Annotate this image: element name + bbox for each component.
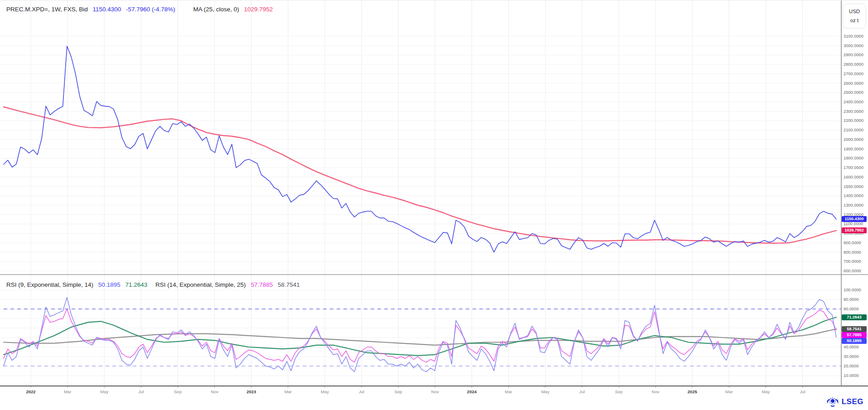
price-change: -57.7960 (-4.78%): [126, 6, 175, 13]
rsi-axis-tick-label: 100.0000: [844, 288, 861, 292]
rsi9-value: 50.1895: [98, 281, 121, 288]
x-axis-month-label: Mar: [64, 389, 71, 394]
x-axis-month-label: Nov: [211, 389, 218, 394]
x-axis-year-label: 2023: [246, 389, 256, 394]
price-axis-tick-label: 600.0000: [844, 269, 861, 273]
x-axis-month-label: May: [762, 389, 770, 394]
rsi-axis-tick-label: 80.0000: [844, 307, 859, 311]
rsi-axis-tick-label: 30.0000: [844, 354, 859, 359]
price-axis-tick-label: 2000.0000: [844, 137, 863, 142]
x-axis-month-label: Mar: [505, 389, 512, 394]
price-series-line[interactable]: [4, 46, 836, 252]
price-axis-tick-label: 1500.0000: [844, 184, 863, 189]
lseg-crest-icon: [826, 396, 839, 407]
price-axis-value-badge: 1150.4300: [842, 216, 867, 222]
price-axis-tick-label: 1800.0000: [844, 156, 863, 160]
rsi-axis-value-badge: 58.7541: [842, 326, 867, 332]
rsi-axis-tick-label: 40.0000: [844, 345, 859, 349]
x-axis-month-label: Jul: [800, 389, 805, 394]
x-axis-month-label: Jul: [359, 389, 364, 394]
price-axis-tick-label: 1700.0000: [844, 165, 863, 170]
price-axis-tick-label: 2400.0000: [844, 100, 863, 104]
x-axis-month-label: Nov: [431, 389, 439, 394]
price-axis-tick-label: 1300.0000: [844, 203, 863, 207]
price-axis-tick-label: 2800.0000: [844, 62, 863, 67]
price-axis-tick-label: 1100.0000: [844, 222, 863, 226]
axis-unit-box[interactable]: USD oz t: [843, 4, 866, 29]
instrument-header: PREC.M.XPD=, 1W, FXS, Bid 1150.4300 -57.…: [6, 6, 276, 13]
rsi9-label[interactable]: RSI (9, Exponential, Simple, 14): [6, 281, 93, 288]
ma-indicator-value: 1029.7952: [244, 6, 273, 13]
price-axis-tick-label: 800.0000: [844, 250, 861, 255]
price-axis-tick-label: 2900.0000: [844, 53, 863, 57]
price-axis-tick-label: 3000.0000: [844, 43, 863, 48]
rsi14-label[interactable]: RSI (14, Exponential, Simple, 25): [155, 281, 246, 288]
price-axis-tick-label: 1400.0000: [844, 193, 863, 198]
rsi-series-line[interactable]: [4, 309, 836, 362]
axis-unit-label: oz t: [843, 16, 866, 25]
price-axis-tick-label: 2600.0000: [844, 81, 863, 86]
x-axis-year-label: 2024: [467, 389, 477, 394]
x-axis-month-label: Jul: [138, 389, 144, 394]
price-axis-tick-label: 1600.0000: [844, 175, 863, 179]
price-series-line[interactable]: [4, 107, 836, 243]
ma-indicator-label[interactable]: MA (25, close, 0): [193, 6, 239, 13]
lseg-logo: LSEG: [826, 396, 863, 407]
instrument-title[interactable]: PREC.M.XPD=, 1W, FXS, Bid: [6, 6, 88, 13]
x-axis-month-label: Mar: [725, 389, 733, 394]
x-axis-month-label: May: [541, 389, 550, 394]
lseg-logo-text: LSEG: [842, 397, 863, 406]
price-axis-tick-label: 2100.0000: [844, 128, 863, 132]
x-axis-year-label: 2025: [688, 389, 697, 394]
rsi-axis-value-badge: 50.1895: [842, 338, 867, 344]
rsi-header: RSI (9, Exponential, Simple, 14) 50.1895…: [6, 281, 303, 288]
rsi-axis-value-badge: 57.7885: [842, 332, 867, 338]
chart-canvas[interactable]: [0, 0, 868, 410]
rsi-axis-tick-label: 90.0000: [844, 297, 859, 302]
price-axis-tick-label: 700.0000: [844, 259, 861, 264]
x-axis-month-label: Sep: [615, 389, 622, 394]
price-axis-tick-label: 2500.0000: [844, 90, 863, 95]
x-axis-month-label: Sep: [174, 389, 182, 394]
x-axis-year-label: 2022: [26, 389, 35, 394]
x-axis-month-label: May: [100, 389, 108, 394]
price-axis-tick-label: 1900.0000: [844, 147, 863, 151]
rsi-axis-value-badge: 71.2643: [842, 314, 867, 320]
rsi-axis-tick-label: 10.0000: [844, 373, 859, 378]
chart-application: PREC.M.XPD=, 1W, FXS, Bid 1150.4300 -57.…: [0, 0, 868, 410]
rsi14-value: 57.7885: [251, 281, 273, 288]
price-axis-tick-label: 2700.0000: [844, 72, 863, 76]
price-axis-tick-label: 3100.0000: [844, 34, 863, 39]
axis-currency-label: USD: [843, 7, 866, 16]
x-axis-month-label: Nov: [652, 389, 660, 394]
x-axis-month-label: May: [321, 389, 329, 394]
price-axis-tick-label: 2300.0000: [844, 109, 863, 114]
price-axis-tick-label: 2200.0000: [844, 118, 863, 123]
last-price: 1150.4300: [92, 6, 121, 13]
price-axis-tick-label: 900.0000: [844, 241, 861, 245]
price-axis-value-badge: 1029.7952: [842, 227, 867, 233]
rsi14-avg-value: 58.7541: [278, 281, 300, 288]
x-axis-month-label: Sep: [395, 389, 402, 394]
rsi9-avg-value: 71.2643: [125, 281, 147, 288]
x-axis-month-label: Jul: [579, 389, 585, 394]
x-axis-month-label: Mar: [285, 389, 292, 394]
rsi-axis-tick-label: 20.0000: [844, 364, 859, 368]
